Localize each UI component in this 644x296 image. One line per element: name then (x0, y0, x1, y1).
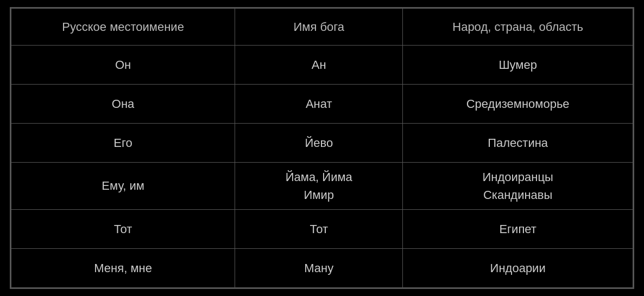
main-table-container: Русское местоимение Имя бога Народ, стра… (10, 7, 634, 289)
table-row: Меня, мнеМануИндоарии (11, 249, 633, 288)
table-row: ОнаАнатСредиземноморье (11, 85, 633, 124)
cell-people: Палестина (403, 124, 633, 163)
header-pronoun: Русское местоимение (11, 9, 235, 46)
cell-god: Йево (235, 124, 403, 163)
cell-pronoun: Его (11, 124, 235, 163)
cell-people: Средиземноморье (403, 85, 633, 124)
data-table: Русское местоимение Имя бога Народ, стра… (11, 8, 633, 288)
cell-people: Египет (403, 210, 633, 249)
cell-people: ИндоиранцыСкандинавы (403, 163, 633, 210)
cell-pronoun: Меня, мне (11, 249, 235, 288)
cell-pronoun: Она (11, 85, 235, 124)
cell-people: Индоарии (403, 249, 633, 288)
table-row: ТотТотЕгипет (11, 210, 633, 249)
cell-god: Анат (235, 85, 403, 124)
cell-pronoun: Ему, им (11, 163, 235, 210)
header-god: Имя бога (235, 9, 403, 46)
cell-god: Йама, ЙимаИмир (235, 163, 403, 210)
cell-god: Ан (235, 46, 403, 85)
cell-people: Шумер (403, 46, 633, 85)
table-row: ЕгоЙевоПалестина (11, 124, 633, 163)
table-row: Ему, имЙама, ЙимаИмирИндоиранцыСкандинав… (11, 163, 633, 210)
cell-pronoun: Тот (11, 210, 235, 249)
header-row: Русское местоимение Имя бога Народ, стра… (11, 9, 633, 46)
cell-pronoun: Он (11, 46, 235, 85)
cell-god: Ману (235, 249, 403, 288)
header-people: Народ, страна, область (403, 9, 633, 46)
table-row: ОнАнШумер (11, 46, 633, 85)
cell-god: Тот (235, 210, 403, 249)
